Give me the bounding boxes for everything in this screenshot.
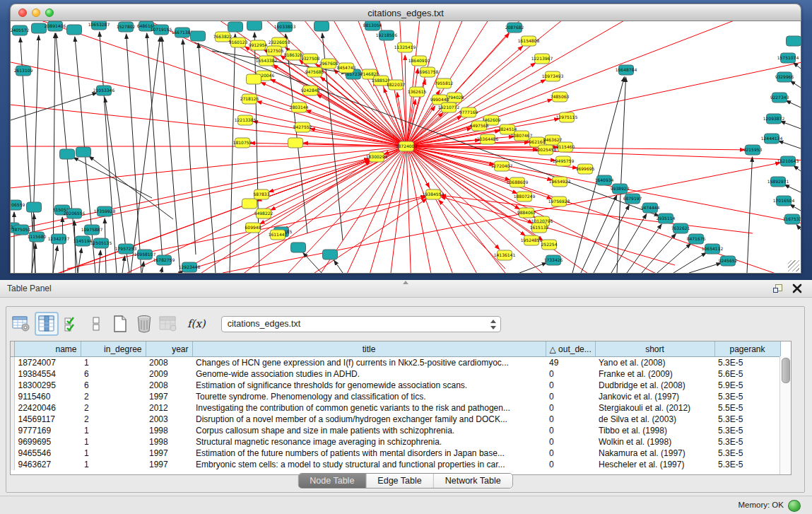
graph-node[interactable] — [291, 243, 306, 252]
table-cell[interactable]: 0 — [546, 425, 595, 436]
table-cell[interactable]: Estimation of the future numbers of pati… — [192, 448, 546, 459]
table-cell[interactable]: Yano et al. (2008) — [595, 357, 714, 369]
table-cell[interactable]: Genome-wide association studies in ADHD. — [192, 368, 546, 380]
memory-status-indicator[interactable] — [788, 500, 801, 512]
table-cell[interactable]: 1 — [81, 459, 146, 470]
graph-node[interactable] — [247, 21, 262, 30]
table-cell[interactable]: de Silva et al. (2003) — [595, 414, 714, 425]
table-cell[interactable]: 0 — [546, 380, 595, 391]
table-cell[interactable]: 1998 — [146, 436, 192, 448]
table-panel-titlebar[interactable]: Table Panel — [0, 280, 812, 298]
select-visible-columns-icon[interactable] — [61, 313, 83, 334]
graph-node[interactable] — [60, 149, 75, 159]
column-header-name[interactable]: name — [14, 341, 81, 357]
table-cell[interactable]: Disruption of a novel member of a sodium… — [192, 414, 546, 425]
table-cell[interactable]: 9115460 — [14, 391, 81, 402]
table-cell[interactable]: 1 — [81, 436, 146, 448]
table-cell[interactable]: 6 — [81, 380, 146, 391]
table-cell[interactable]: 2003 — [146, 414, 192, 425]
table-cell[interactable]: 1998 — [146, 425, 192, 436]
table-row[interactable]: 1938455462009Genome-wide association stu… — [11, 368, 780, 380]
table-cell[interactable]: 0 — [546, 448, 595, 459]
node-table-grid[interactable]: namein_degreeyeartitle△ out_de...shortpa… — [11, 341, 781, 470]
graph-node[interactable] — [76, 147, 91, 157]
table-cell[interactable]: 1 — [81, 448, 146, 459]
table-cell[interactable]: 1997 — [146, 448, 192, 459]
citation-network-graph[interactable]: 1872400724055722089140610653287152780264… — [11, 21, 801, 273]
table-cell[interactable]: 18300295 — [14, 380, 81, 391]
graph-node[interactable] — [228, 22, 243, 32]
graph-node[interactable] — [27, 202, 42, 212]
table-cell[interactable]: 1997 — [146, 459, 192, 470]
column-header-year[interactable]: year — [146, 341, 192, 357]
table-row[interactable]: 977716911998Corpus callosum shape and si… — [11, 425, 780, 436]
table-cell[interactable]: 0 — [546, 436, 595, 448]
table-cell[interactable]: 0 — [546, 459, 595, 470]
table-cell[interactable]: 22420046 — [14, 402, 81, 414]
node-table[interactable]: namein_degreeyeartitle△ out_de...shortpa… — [10, 341, 792, 475]
table-cell[interactable]: Tibbo et al. (1998) — [595, 425, 714, 436]
table-cell[interactable]: 9699695 — [14, 436, 81, 448]
table-options-icon[interactable] — [11, 313, 32, 334]
table-cell[interactable]: 18724007 — [14, 357, 81, 369]
table-cell[interactable]: Changes of HCN gene expression and I(f) … — [192, 357, 546, 369]
table-header-row[interactable]: namein_degreeyeartitle△ out_de...shortpa… — [11, 341, 780, 357]
table-cell[interactable]: 49 — [546, 357, 595, 369]
table-cell[interactable]: Jankovic et al. (1997) — [595, 391, 714, 402]
graph-node[interactable] — [288, 138, 303, 148]
table-cell[interactable]: 2 — [81, 414, 146, 425]
close-panel-icon[interactable] — [792, 284, 802, 293]
table-cell[interactable]: 2008 — [146, 357, 192, 369]
table-row[interactable]: 946554611997Estimation of the future num… — [11, 448, 780, 459]
table-row[interactable]: 1830029562008Estimation of significance … — [11, 380, 780, 391]
table-row[interactable]: 2242004622012Investigating the contribut… — [11, 402, 780, 414]
table-cell[interactable]: 1 — [81, 357, 146, 369]
float-panel-icon[interactable] — [773, 284, 782, 293]
panel-splitter-grip-icon[interactable] — [403, 281, 408, 284]
table-cell[interactable]: Embryonic stem cells: a model to study s… — [192, 459, 546, 470]
table-cell[interactable]: 6 — [81, 368, 146, 380]
tab-node-table[interactable]: Node Table — [298, 474, 366, 488]
window-resize-grip-icon[interactable] — [788, 260, 799, 271]
table-cell[interactable]: 1 — [81, 425, 146, 436]
network-canvas[interactable]: 1872400724055722089140610653287152780264… — [10, 21, 801, 274]
table-cell[interactable]: 19384554 — [14, 368, 81, 380]
table-cell[interactable]: 9777169 — [14, 425, 81, 436]
delete-table-icon[interactable] — [134, 313, 155, 334]
column-header-out_de[interactable]: △ out_de... — [546, 341, 595, 357]
graph-node[interactable] — [323, 250, 338, 259]
column-header-short[interactable]: short — [595, 341, 714, 357]
table-cell[interactable]: 0 — [546, 391, 595, 402]
table-cell[interactable]: Corpus callosum shape and size in male p… — [192, 425, 546, 436]
table-cell[interactable]: Franke et al. (2009) — [595, 368, 714, 380]
scrollbar-thumb[interactable] — [782, 358, 790, 383]
table-cell[interactable]: 5.3E-5 — [714, 425, 780, 436]
table-cell[interactable]: 2009 — [146, 368, 192, 380]
table-cell[interactable]: 5.5E-5 — [714, 402, 780, 414]
table-cell[interactable]: 5.3E-5 — [714, 414, 780, 425]
table-cell[interactable]: 9463627 — [14, 459, 81, 470]
graph-node[interactable] — [242, 199, 257, 209]
graph-node[interactable] — [314, 21, 329, 31]
graph-node[interactable] — [787, 36, 801, 46]
table-cell[interactable]: 2 — [81, 402, 146, 414]
table-cell[interactable]: 5.3E-5 — [714, 391, 780, 402]
create-table-icon[interactable] — [110, 313, 131, 334]
table-row[interactable]: 911546021997Tourette syndrome. Phenomeno… — [11, 391, 780, 402]
table-cell[interactable]: 5.3E-5 — [714, 436, 780, 448]
function-builder-icon[interactable]: f(x) — [187, 317, 206, 330]
network-window-titlebar[interactable]: citations_edges.txt — [10, 4, 801, 21]
graph-node[interactable] — [191, 31, 206, 41]
table-cell[interactable]: 0 — [546, 414, 595, 425]
table-cell[interactable]: 2008 — [146, 380, 192, 391]
table-cell[interactable]: Tourette syndrome. Phenomenology and cla… — [192, 391, 546, 402]
table-row[interactable]: 1456911722003Disruption of a novel membe… — [11, 414, 780, 425]
row-options-icon[interactable] — [86, 313, 107, 334]
vertical-scrollbar[interactable] — [779, 356, 791, 474]
table-row[interactable]: 1872400712008Changes of HCN gene express… — [11, 357, 780, 369]
table-cell[interactable]: Estimation of significance thresholds fo… — [192, 380, 546, 391]
tab-edge-table[interactable]: Edge Table — [366, 474, 433, 488]
table-cell[interactable]: 5.3E-5 — [714, 357, 780, 369]
table-cell[interactable]: 9465546 — [14, 448, 81, 459]
column-header-in_degree[interactable]: in_degree — [81, 341, 146, 357]
